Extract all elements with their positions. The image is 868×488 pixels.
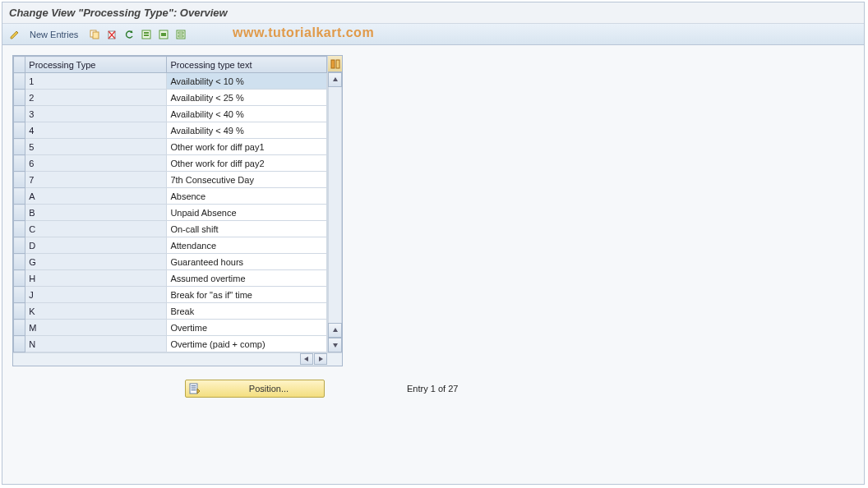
table-row[interactable]: AAbsence [14, 188, 327, 205]
scroll-left-button[interactable] [300, 353, 313, 365]
cell-processing-type-text[interactable]: Availability < 25 % [167, 90, 327, 106]
cell-processing-type[interactable]: 7 [25, 172, 167, 188]
scroll-up-button[interactable] [328, 72, 342, 87]
col-header-type[interactable]: Processing Type [25, 57, 167, 73]
cell-processing-type-text[interactable]: Break for "as if" time [167, 287, 327, 303]
table-row[interactable]: 3Availability < 40 % [14, 106, 327, 122]
scroll-right-button[interactable] [314, 353, 327, 365]
delete-icon[interactable] [104, 27, 119, 42]
vertical-scrollbar[interactable] [327, 56, 342, 352]
row-selector[interactable] [14, 237, 25, 254]
table-row[interactable]: JBreak for "as if" time [14, 287, 327, 303]
svg-rect-12 [336, 60, 339, 68]
cell-processing-type[interactable]: 1 [25, 73, 167, 90]
table-row[interactable]: NOvertime (paid + comp) [14, 336, 327, 352]
row-selector[interactable] [14, 73, 25, 90]
row-selector[interactable] [14, 221, 25, 237]
cell-processing-type-text[interactable]: Break [167, 303, 327, 320]
cell-processing-type-text[interactable]: Other work for diff pay2 [167, 155, 327, 172]
row-selector[interactable] [14, 90, 25, 106]
cell-processing-type-text[interactable]: 7th Consecutive Day [167, 172, 327, 188]
table-row[interactable]: 2Availability < 25 % [14, 90, 327, 106]
entry-status: Entry 1 of 27 [407, 384, 458, 394]
row-selector[interactable] [14, 205, 25, 221]
cell-processing-type[interactable]: G [25, 254, 167, 270]
cell-processing-type[interactable]: D [25, 237, 167, 254]
row-selector[interactable] [14, 254, 25, 270]
position-button[interactable]: Position... [185, 380, 325, 398]
cell-processing-type[interactable]: 3 [25, 106, 167, 122]
cell-processing-type[interactable]: 4 [25, 122, 167, 139]
horizontal-scrollbar[interactable] [13, 352, 342, 366]
col-header-text[interactable]: Processing type text [167, 57, 327, 73]
svg-rect-14 [192, 385, 196, 386]
table-row[interactable]: 4Availability < 49 % [14, 122, 327, 139]
row-selector[interactable] [14, 270, 25, 287]
cell-processing-type-text[interactable]: Availability < 10 % [167, 73, 327, 90]
cell-processing-type[interactable]: M [25, 320, 167, 336]
row-selector[interactable] [14, 188, 25, 205]
cell-processing-type-text[interactable]: Absence [167, 188, 327, 205]
new-entries-button[interactable]: New Entries [25, 28, 83, 41]
table-row[interactable]: 5Other work for diff pay1 [14, 139, 327, 155]
cell-processing-type[interactable]: K [25, 303, 167, 320]
row-selector[interactable] [14, 139, 25, 155]
table-row[interactable]: DAttendance [14, 237, 327, 254]
row-selector[interactable] [14, 320, 25, 336]
cell-processing-type-text[interactable]: Overtime [167, 320, 327, 336]
configure-columns-icon[interactable] [328, 56, 342, 72]
cell-processing-type-text[interactable]: Overtime (paid + comp) [167, 336, 327, 352]
svg-rect-11 [331, 60, 335, 68]
scroll-down-button[interactable] [328, 338, 342, 352]
undo-change-icon[interactable] [122, 27, 136, 42]
row-selector[interactable] [14, 303, 25, 320]
table-row[interactable]: MOvertime [14, 320, 327, 336]
position-button-label: Position... [214, 384, 324, 394]
row-selector[interactable] [14, 122, 25, 139]
table-row[interactable]: COn-call shift [14, 221, 327, 237]
svg-rect-16 [192, 389, 196, 390]
cell-processing-type[interactable]: 2 [25, 90, 167, 106]
processing-type-table: Processing Type Processing type text 1Av… [12, 55, 343, 366]
select-all-icon[interactable] [139, 27, 154, 42]
cell-processing-type[interactable]: J [25, 287, 167, 303]
copy-as-icon[interactable] [87, 27, 102, 42]
table-row[interactable]: HAssumed overtime [14, 270, 327, 287]
table-row[interactable]: GGuaranteed hours [14, 254, 327, 270]
cell-processing-type[interactable]: A [25, 188, 167, 205]
table-row[interactable]: 1Availability < 10 % [14, 73, 327, 90]
table-row[interactable]: 77th Consecutive Day [14, 172, 327, 188]
cell-processing-type-text[interactable]: Assumed overtime [167, 270, 327, 287]
cell-processing-type-text[interactable]: Unpaid Absence [167, 205, 327, 221]
cell-processing-type-text[interactable]: Guaranteed hours [167, 254, 327, 270]
cell-processing-type-text[interactable]: Other work for diff pay1 [167, 139, 327, 155]
row-selector[interactable] [14, 336, 25, 352]
cell-processing-type[interactable]: C [25, 221, 167, 237]
row-selector[interactable] [14, 155, 25, 172]
cell-processing-type[interactable]: H [25, 270, 167, 287]
cell-processing-type[interactable]: B [25, 205, 167, 221]
deselect-all-icon[interactable] [173, 27, 188, 42]
cell-processing-type-text[interactable]: Availability < 40 % [167, 106, 327, 122]
cell-processing-type[interactable]: 6 [25, 155, 167, 172]
rowheader-column[interactable] [14, 57, 25, 73]
svg-rect-7 [161, 33, 166, 36]
toggle-display-change-icon[interactable] [7, 27, 22, 42]
table-row[interactable]: BUnpaid Absence [14, 205, 327, 221]
cell-processing-type-text[interactable]: Availability < 49 % [167, 122, 327, 139]
cell-processing-type-text[interactable]: On-call shift [167, 221, 327, 237]
watermark: www.tutorialkart.com [233, 25, 374, 40]
table-row[interactable]: 6Other work for diff pay2 [14, 155, 327, 172]
cell-processing-type-text[interactable]: Attendance [167, 237, 327, 254]
cell-processing-type[interactable]: N [25, 336, 167, 352]
table-row[interactable]: KBreak [14, 303, 327, 320]
row-selector[interactable] [14, 287, 25, 303]
svg-rect-4 [144, 32, 149, 34]
scroll-up-step-button[interactable] [328, 323, 342, 338]
row-selector[interactable] [14, 106, 25, 122]
svg-rect-15 [192, 388, 196, 389]
cell-processing-type[interactable]: 5 [25, 139, 167, 155]
svg-rect-13 [190, 384, 197, 394]
row-selector[interactable] [14, 172, 25, 188]
select-block-icon[interactable] [156, 27, 171, 42]
